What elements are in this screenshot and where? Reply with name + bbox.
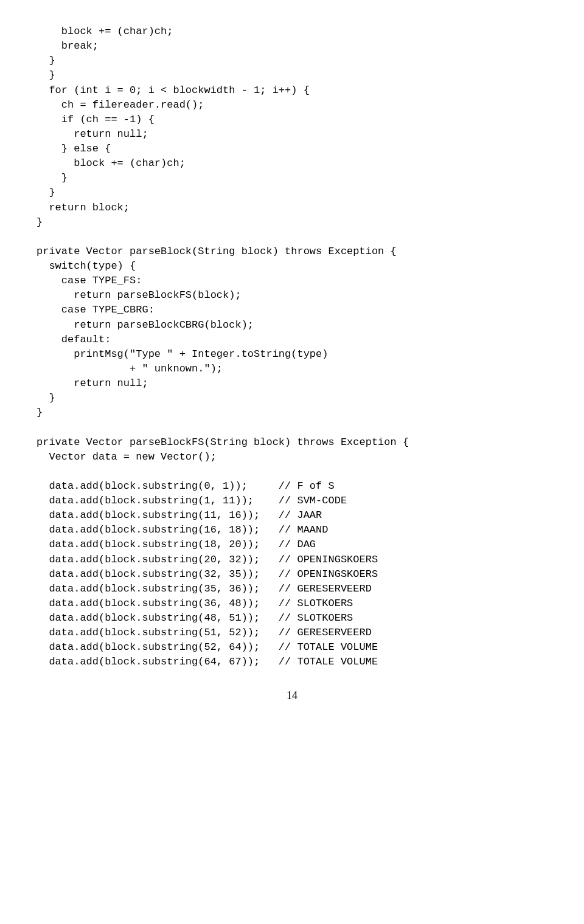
page-number: 14 <box>36 688 548 704</box>
code-block: block += (char)ch; break; } } for (int i… <box>36 24 548 670</box>
